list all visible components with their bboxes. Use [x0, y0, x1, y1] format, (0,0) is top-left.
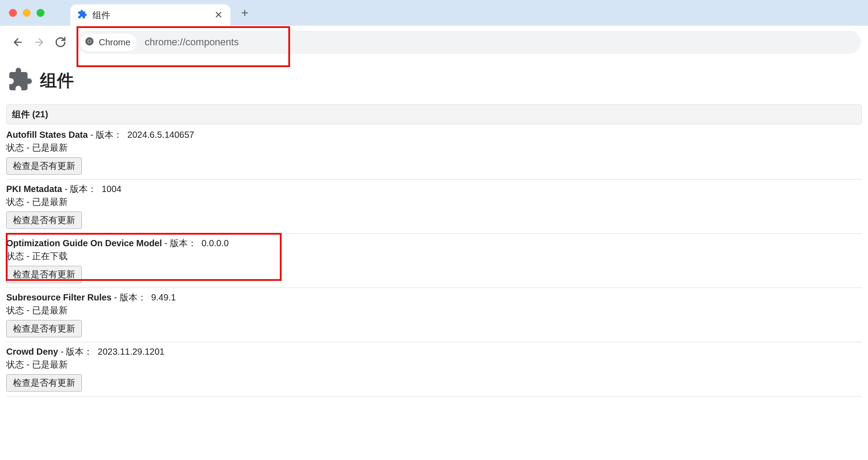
status-label: 状态 -: [6, 305, 29, 315]
back-button[interactable]: [7, 32, 28, 53]
page-title: 组件: [40, 69, 74, 92]
site-chip-label: Chrome: [99, 37, 130, 48]
maximize-window-button[interactable]: [36, 9, 44, 17]
component-title-line: Autofill States Data - 版本： 2024.6.5.1406…: [6, 129, 862, 141]
components-list: 组件 (21) Autofill States Data - 版本： 2024.…: [0, 104, 868, 396]
extension-icon: [7, 67, 33, 95]
check-update-button[interactable]: 检查是否有更新: [6, 320, 82, 337]
check-update-button[interactable]: 检查是否有更新: [6, 212, 82, 229]
new-tab-button[interactable]: +: [241, 7, 248, 19]
minimize-window-button[interactable]: [23, 9, 31, 17]
check-update-button[interactable]: 检查是否有更新: [6, 374, 82, 392]
component-title-line: PKI Metadata - 版本： 1004: [6, 183, 862, 195]
browser-tab[interactable]: 组件 ✕: [70, 4, 230, 26]
status-label: 状态 -: [6, 197, 29, 207]
component-version: 0.0.0.0: [202, 238, 229, 248]
component-title-line: Crowd Deny - 版本： 2023.11.29.1201: [6, 346, 862, 358]
component-item: Optimization Guide On Device Model - 版本：…: [6, 234, 862, 288]
component-name: Optimization Guide On Device Model: [6, 238, 162, 248]
page-header: 组件: [0, 59, 868, 104]
status-label: 状态 -: [6, 251, 29, 261]
component-item: PKI Metadata - 版本： 1004状态 - 已是最新检查是否有更新: [6, 180, 862, 234]
url-text: chrome://components: [145, 36, 239, 48]
page-content: 组件 组件 (21) Autofill States Data - 版本： 20…: [0, 59, 868, 396]
close-tab-button[interactable]: ✕: [214, 10, 222, 20]
version-label: 版本：: [120, 292, 146, 302]
address-bar[interactable]: Chrome chrome://components: [77, 31, 861, 54]
version-label: 版本：: [170, 238, 197, 248]
component-name: Crowd Deny: [6, 347, 58, 356]
component-name: PKI Metadata: [6, 184, 62, 194]
close-window-button[interactable]: [9, 9, 17, 17]
component-item: Autofill States Data - 版本： 2024.6.5.1406…: [6, 125, 862, 180]
svg-point-2: [88, 40, 91, 43]
extension-icon: [77, 9, 87, 21]
version-label: 版本：: [66, 347, 93, 356]
component-version: 9.49.1: [151, 292, 176, 302]
check-update-button[interactable]: 检查是否有更新: [6, 266, 82, 283]
component-name: Autofill States Data: [6, 130, 88, 140]
tab-strip: 组件 ✕ +: [0, 0, 868, 26]
reload-button[interactable]: [50, 32, 71, 53]
version-label: 版本：: [70, 184, 97, 194]
component-status-line: 状态 - 正在下载: [6, 250, 862, 262]
status-label: 状态 -: [6, 360, 29, 369]
component-status: 已是最新: [32, 197, 68, 207]
component-title-line: Optimization Guide On Device Model - 版本：…: [6, 237, 862, 249]
list-header: 组件 (21): [6, 104, 862, 124]
component-version: 1004: [102, 184, 122, 194]
component-version: 2024.6.5.140657: [127, 130, 194, 140]
component-status-line: 状态 - 已是最新: [6, 359, 862, 371]
version-label: 版本：: [96, 130, 122, 140]
component-status: 已是最新: [32, 305, 68, 315]
chrome-icon: [85, 36, 94, 48]
status-label: 状态 -: [6, 143, 29, 152]
component-item: Crowd Deny - 版本： 2023.11.29.1201状态 - 已是最…: [6, 342, 862, 396]
window-controls: [9, 9, 44, 17]
browser-chrome: 组件 ✕ +: [0, 0, 868, 59]
component-status: 已是最新: [32, 360, 68, 369]
component-title-line: Subresource Filter Rules - 版本： 9.49.1: [6, 292, 862, 304]
address-wrapper: Chrome chrome://components: [77, 31, 861, 54]
toolbar: Chrome chrome://components: [0, 26, 868, 59]
component-status-line: 状态 - 已是最新: [6, 304, 862, 316]
component-version: 2023.11.29.1201: [98, 347, 165, 356]
component-name: Subresource Filter Rules: [6, 292, 112, 302]
forward-button[interactable]: [28, 32, 50, 53]
component-status: 正在下载: [32, 251, 68, 261]
check-update-button[interactable]: 检查是否有更新: [6, 157, 82, 175]
tab-title: 组件: [93, 9, 209, 21]
site-chip[interactable]: Chrome: [80, 34, 137, 51]
component-status-line: 状态 - 已是最新: [6, 196, 862, 208]
component-status-line: 状态 - 已是最新: [6, 142, 862, 154]
component-item: Subresource Filter Rules - 版本： 9.49.1状态 …: [6, 288, 862, 342]
component-status: 已是最新: [32, 143, 68, 152]
